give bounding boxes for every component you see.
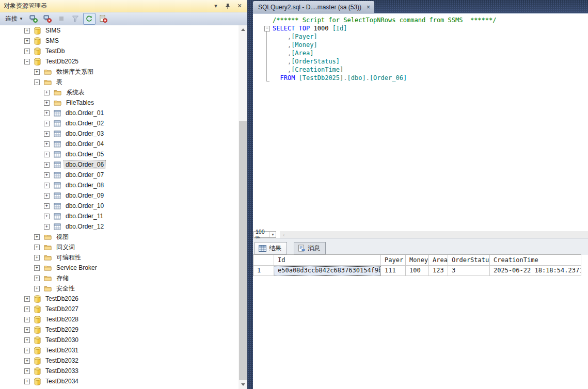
code-line[interactable]: ,[Area]: [273, 49, 496, 57]
expand-icon[interactable]: +: [24, 368, 30, 374]
tree-item--[interactable]: +系统表: [0, 87, 239, 98]
tree-item--[interactable]: +同义词: [0, 242, 239, 252]
code-line[interactable]: FROM [TestDb2025].[dbo].[Order_06]: [273, 74, 496, 82]
grid-cell[interactable]: 3: [448, 266, 490, 276]
disconnect-server-button[interactable]: [41, 13, 54, 25]
expand-icon[interactable]: +: [44, 141, 50, 147]
tree-item-FileTables[interactable]: +FileTables: [0, 98, 239, 108]
tree-item-dbo-Order_02[interactable]: +dbo.Order_02: [0, 118, 239, 128]
grid-column-header[interactable]: OrderStatus: [448, 255, 490, 266]
chevron-down-icon[interactable]: ▼: [269, 232, 276, 237]
expand-icon[interactable]: +: [34, 234, 40, 240]
zoom-select[interactable]: 100 % ▼: [253, 231, 276, 238]
code-line[interactable]: /****** Script for SelectTopNRows comman…: [273, 16, 496, 24]
tree-item--[interactable]: +视图: [0, 232, 239, 242]
scroll-up-icon[interactable]: [239, 25, 247, 34]
tree-item-dbo-Order_01[interactable]: +dbo.Order_01: [0, 108, 239, 118]
tree-item-TestDb[interactable]: +TestDb: [0, 46, 239, 56]
grid-column-header[interactable]: Payer: [381, 255, 406, 266]
expand-icon[interactable]: +: [24, 48, 30, 54]
tree-item-dbo-Order_05[interactable]: +dbo.Order_05: [0, 149, 239, 159]
close-icon[interactable]: ✕: [236, 3, 243, 10]
tree-item-SIMS[interactable]: +SIMS: [0, 25, 239, 36]
tree-item-TestDb2033[interactable]: +TestDb2033: [0, 366, 239, 376]
grid-column-header[interactable]: Money: [406, 255, 429, 266]
expand-icon[interactable]: +: [44, 224, 50, 230]
tree-item-Service-Broker[interactable]: +Service Broker: [0, 263, 239, 273]
results-tab-results[interactable]: 结果: [255, 242, 287, 254]
tree-item-TestDb2026[interactable]: +TestDb2026: [0, 294, 239, 304]
expand-icon[interactable]: +: [34, 286, 40, 291]
expand-icon[interactable]: +: [44, 121, 50, 126]
grid-cell[interactable]: 123: [429, 266, 448, 276]
scroll-left-icon[interactable]: ‹: [283, 231, 285, 238]
tab-close-icon[interactable]: ×: [367, 4, 370, 11]
expand-icon[interactable]: +: [44, 162, 50, 168]
tree-item--[interactable]: −表: [0, 77, 239, 87]
scrollbar-thumb[interactable]: [239, 121, 247, 380]
tree-item-dbo-Order_09[interactable]: +dbo.Order_09: [0, 190, 239, 201]
scroll-down-icon[interactable]: [239, 380, 247, 389]
expand-icon[interactable]: +: [24, 317, 30, 322]
connect-server-button[interactable]: [27, 13, 40, 25]
editor-horizontal-scrollbar[interactable]: ‹: [280, 231, 588, 238]
refresh-button[interactable]: [83, 13, 96, 25]
expand-icon[interactable]: +: [44, 90, 50, 95]
tree-item-dbo-Order_12[interactable]: +dbo.Order_12: [0, 221, 239, 232]
grid-row-header[interactable]: 1: [253, 266, 274, 276]
tree-item--[interactable]: +数据库关系图: [0, 67, 239, 77]
expand-icon[interactable]: +: [44, 131, 50, 137]
expand-icon[interactable]: +: [24, 38, 30, 44]
tree-item-dbo-Order_04[interactable]: +dbo.Order_04: [0, 139, 239, 149]
tree-item-dbo-Order_06[interactable]: +dbo.Order_06: [0, 159, 239, 170]
expand-icon[interactable]: +: [44, 110, 50, 116]
connect-dropdown-button[interactable]: 连接 ▼: [3, 13, 25, 24]
dock-splitter[interactable]: [247, 0, 253, 389]
code-line[interactable]: ,[OrderStatus]: [273, 57, 496, 66]
expand-icon[interactable]: +: [34, 69, 40, 75]
expand-icon[interactable]: +: [44, 100, 50, 106]
code-line[interactable]: SELECT TOP 1000 [Id]: [273, 24, 496, 33]
grid-corner-header[interactable]: [253, 255, 274, 266]
code-line[interactable]: ,[Money]: [273, 41, 496, 49]
sql-editor[interactable]: − /****** Script for SelectTopNRows comm…: [253, 14, 588, 231]
collapse-icon[interactable]: −: [24, 59, 30, 64]
expand-icon[interactable]: +: [24, 379, 30, 384]
grid-column-header[interactable]: Id: [274, 255, 381, 266]
expand-icon[interactable]: +: [44, 183, 50, 188]
expand-icon[interactable]: +: [24, 337, 30, 343]
tree-item-TestDb2030[interactable]: +TestDb2030: [0, 335, 239, 345]
script-error-button[interactable]: [97, 13, 109, 25]
expand-icon[interactable]: +: [24, 28, 30, 34]
object-explorer-titlebar[interactable]: 对象资源管理器 ▾ ✕: [0, 0, 247, 12]
expand-icon[interactable]: +: [44, 193, 50, 199]
tree-item-TestDb2025[interactable]: −TestDb2025: [0, 56, 239, 67]
tree-item-dbo-Order_08[interactable]: +dbo.Order_08: [0, 180, 239, 190]
pin-icon[interactable]: [224, 3, 231, 10]
code-line[interactable]: ,[CreationTime]: [273, 66, 496, 74]
tree-item-TestDb2031[interactable]: +TestDb2031: [0, 345, 239, 355]
expand-icon[interactable]: +: [24, 296, 30, 302]
tree-item-TestDb2034[interactable]: +TestDb2034: [0, 376, 239, 386]
tree-item-dbo-Order_11[interactable]: +dbo.Order_11: [0, 211, 239, 221]
results-tab-messages[interactable]: 消息: [294, 242, 326, 254]
expand-icon[interactable]: +: [24, 306, 30, 312]
expand-icon[interactable]: +: [24, 358, 30, 364]
tree-item--[interactable]: +可编程性: [0, 252, 239, 263]
document-tab-sqlquery2[interactable]: SQLQuery2.sql - D....master (sa (53)) ×: [253, 1, 374, 13]
tree-item-TestDb2027[interactable]: +TestDb2027: [0, 304, 239, 314]
tree-item-TestDb2028[interactable]: +TestDb2028: [0, 314, 239, 325]
tree-scrollbar[interactable]: [239, 25, 247, 389]
expand-icon[interactable]: +: [44, 203, 50, 209]
expand-icon[interactable]: +: [44, 172, 50, 178]
expand-icon[interactable]: +: [44, 152, 50, 157]
tree-item-TestDb2029[interactable]: +TestDb2029: [0, 325, 239, 335]
expand-icon[interactable]: +: [34, 265, 40, 271]
collapse-icon[interactable]: −: [264, 26, 270, 31]
tree-item-dbo-Order_07[interactable]: +dbo.Order_07: [0, 170, 239, 180]
grid-cell[interactable]: 2025-06-22 18:18:54.2371483: [490, 266, 581, 276]
window-position-icon[interactable]: ▾: [212, 3, 219, 10]
tree-item--[interactable]: +安全性: [0, 283, 239, 294]
grid-column-header[interactable]: CreationTime: [490, 255, 581, 266]
expand-icon[interactable]: +: [34, 255, 40, 261]
